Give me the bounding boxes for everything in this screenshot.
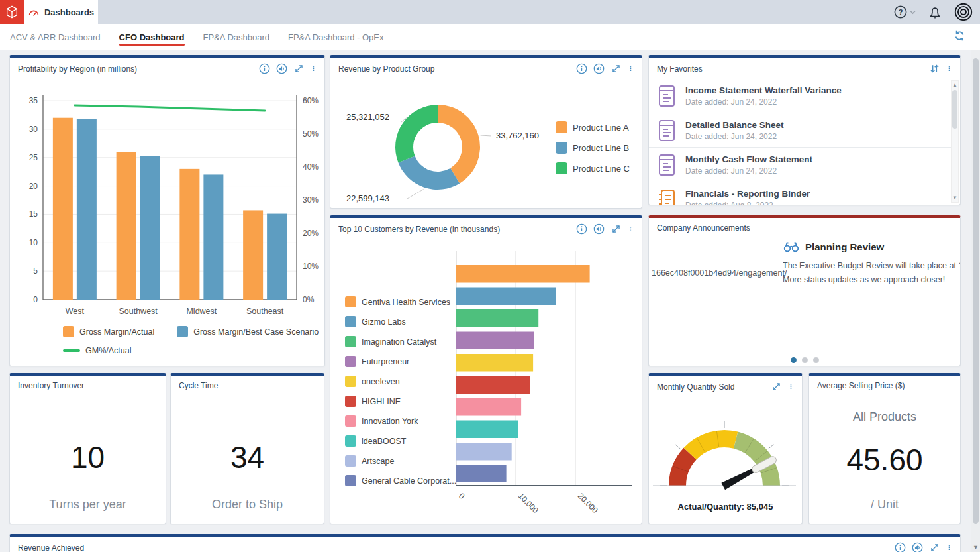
announcement-title: Planning Review (805, 241, 884, 252)
svg-text:30%: 30% (303, 195, 318, 205)
cycle-time-value: 34 (171, 439, 324, 475)
scroll-thumb[interactable] (952, 90, 957, 129)
panel-monthly-quantity-sold: Monthly Quantity Sold Actual/Quantity: 8… (648, 373, 803, 524)
info-icon[interactable] (895, 542, 906, 552)
panel-profitability-by-region: Profitability by Region (in millions) 05… (9, 55, 325, 366)
carousel-dot-3[interactable] (813, 357, 819, 363)
legend-swatch (177, 326, 188, 337)
legend-item-product-line-a[interactable]: Product Line A (556, 121, 630, 133)
scroll-up-arrow[interactable]: ▲ (952, 82, 958, 88)
legend-item-customer[interactable]: HIGHLINE (345, 396, 456, 407)
svg-text:30: 30 (29, 125, 38, 134)
panel-title: Company Announcements (657, 223, 750, 233)
info-icon[interactable] (576, 223, 587, 235)
expand-icon[interactable] (293, 63, 305, 74)
user-avatar[interactable] (954, 2, 973, 22)
kebab-menu-icon[interactable] (311, 63, 317, 74)
help-menu[interactable]: ? (893, 5, 916, 19)
favorites-scrollbar[interactable]: ▲ ▼ (951, 80, 959, 203)
gauge-caption: Actual/Quantity: 85,045 (649, 502, 802, 512)
tab-cfo-dashboard[interactable]: CFO Dashboard (119, 24, 185, 50)
kebab-menu-icon[interactable] (788, 381, 794, 392)
svg-text:0%: 0% (303, 295, 315, 304)
legend-item-product-line-c[interactable]: Product Line C (556, 162, 630, 174)
svg-text:Southwest: Southwest (119, 307, 158, 316)
panel-cycle-time: Cycle Time 34 Order to Ship (170, 373, 324, 524)
favorite-item[interactable]: Income Statement Waterfall VarianceDate … (649, 79, 951, 113)
legend-item-customer[interactable]: Innovation York (345, 415, 456, 427)
panel-title: Revenue Achieved (18, 543, 84, 552)
dashboards-app-tab[interactable]: Dashboards (24, 0, 98, 24)
refresh-icon[interactable] (954, 30, 965, 42)
svg-text:50%: 50% (303, 129, 318, 138)
panel-title: Revenue by Product Group (338, 64, 434, 74)
page-scroll-down-arrow[interactable]: ▼ (971, 544, 980, 551)
kebab-menu-icon[interactable] (628, 63, 634, 74)
expand-icon[interactable] (611, 223, 622, 235)
legend-item-customer[interactable]: Artscape (345, 455, 456, 467)
legend-item-customer[interactable]: ideaBOOST (345, 435, 456, 447)
product-group-legend: Product Line A Product Line B Product Li… (556, 121, 630, 174)
legend-swatch (63, 326, 74, 337)
info-icon[interactable] (576, 63, 587, 74)
legend-swatch (345, 415, 356, 427)
favorite-item[interactable]: Financials - Reporting BinderDate added:… (649, 182, 951, 205)
legend-swatch (345, 316, 356, 327)
favorite-item[interactable]: Detailed Balance SheetDate added: Jun 24… (649, 113, 951, 148)
kebab-menu-icon[interactable] (946, 542, 952, 552)
cfo-dashboard-page: { "topbar": { "active_tab": "Dashboards"… (0, 0, 980, 552)
expand-icon[interactable] (611, 63, 622, 74)
legend-swatch (345, 435, 356, 447)
svg-text:22,599,143: 22,599,143 (346, 193, 389, 203)
legend-item-gm-percent-actual[interactable]: GM%/Actual (63, 346, 131, 355)
legend-item-customer[interactable]: oneeleven (345, 376, 456, 387)
legend-item-customer[interactable]: Gizmo Labs (345, 316, 456, 327)
svg-text:25: 25 (29, 153, 38, 162)
tab-fpa-dashboard-opex[interactable]: FP&A Dashboard - OpEx (288, 24, 384, 50)
profitability-chart[interactable]: 051015202530350%10%20%30%40%50%60%WestSo… (15, 87, 323, 326)
kebab-menu-icon[interactable] (628, 223, 634, 235)
legend-item-customer[interactable]: Gentiva Health Services (345, 296, 456, 307)
kebab-menu-icon[interactable] (946, 63, 952, 74)
carousel-dots (649, 357, 960, 363)
announcement-link-text[interactable]: 166ec408f0001b4ed94/engagement/ (652, 268, 787, 278)
panel-inventory-turnover: Inventory Turnover 10 Turns per year (9, 373, 166, 524)
announcement-heading-row: Planning Review (783, 240, 884, 253)
favorite-item[interactable]: Monthly Cash Flow StatementDate added: J… (649, 148, 951, 182)
audio-icon[interactable] (276, 63, 287, 74)
audio-icon[interactable] (912, 542, 923, 552)
notifications-bell-icon[interactable] (927, 4, 943, 20)
legend-swatch (345, 336, 356, 347)
info-icon[interactable] (259, 63, 270, 74)
carousel-dot-2[interactable] (802, 357, 808, 363)
carousel-dot-1[interactable] (791, 357, 797, 363)
legend-item-customer[interactable]: Futurpreneur (345, 356, 456, 367)
legend-swatch (345, 376, 356, 387)
top-customers-legend: Gentiva Health Services Gizmo Labs Imagi… (345, 296, 456, 486)
page-scrollbar[interactable]: ▼ (971, 50, 980, 552)
quantity-sold-gauge-chart[interactable] (652, 401, 801, 500)
legend-item-product-line-b[interactable]: Product Line B (556, 142, 630, 154)
report-icon (657, 153, 677, 177)
expand-icon[interactable] (771, 381, 782, 392)
tab-fpa-dashboard[interactable]: FP&A Dashboard (203, 24, 270, 50)
legend-item-customer[interactable]: Imagination Catalyst (345, 336, 456, 347)
expand-icon[interactable] (929, 542, 940, 552)
scroll-down-arrow[interactable]: ▼ (952, 195, 958, 201)
legend-item-customer[interactable]: General Cable Corporat... (345, 475, 456, 486)
chevron-down-icon (909, 5, 916, 19)
audio-icon[interactable] (593, 63, 605, 74)
svg-text:20%: 20% (303, 229, 318, 238)
report-icon (657, 84, 677, 108)
legend-item-gross-margin-best-case[interactable]: Gross Margin/Best Case Scenario (177, 326, 318, 337)
audio-icon[interactable] (593, 223, 605, 235)
panel-company-announcements: Company Announcements 166ec408f0001b4ed9… (648, 215, 961, 366)
sort-icon[interactable] (929, 63, 940, 74)
svg-text:60%: 60% (303, 96, 318, 105)
legend-item-gross-margin-actual[interactable]: Gross Margin/Actual (63, 326, 154, 337)
tab-acv-arr-dashboard[interactable]: ACV & ARR Dashboard (10, 24, 101, 50)
asp-caption: / Unit (809, 498, 960, 512)
app-logo[interactable] (0, 0, 24, 24)
page-scroll-thumb[interactable] (973, 58, 979, 524)
panel-revenue-by-product-group: Revenue by Product Group 33,762,16022,59… (330, 55, 642, 209)
